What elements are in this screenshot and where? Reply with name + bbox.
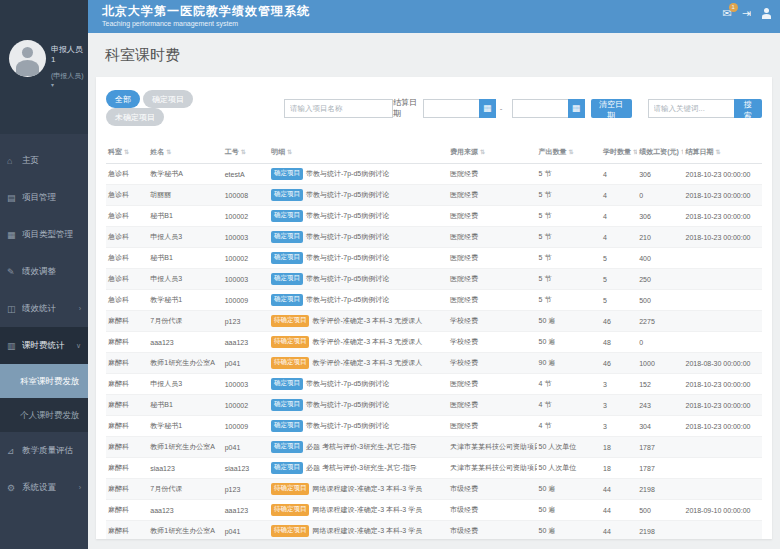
logout-icon[interactable]: ⇥ — [742, 7, 751, 20]
date-from-input[interactable] — [423, 99, 479, 118]
page-title: 科室课时费 — [88, 33, 780, 77]
cell-settle-date: 2018-10-23 00:00:00 — [683, 416, 762, 437]
cell-employee-id: 100002 — [223, 248, 269, 269]
sidebar-item-performance-adjust[interactable]: ✎ 绩效调整 — [0, 253, 88, 290]
table-body: 急诊科 教学秘书A etestA 确定项目带教与统计-7p-d5病例讨论 医院经… — [106, 164, 762, 540]
cell-output-qty: 50 遍 — [537, 332, 601, 353]
performance-stats-icon: ◫ — [7, 304, 19, 314]
date-range-dash: - — [500, 104, 503, 113]
sort-icon[interactable]: ⇅ — [633, 149, 637, 155]
cell-salary: 500 — [637, 290, 683, 311]
sort-icon[interactable]: ⇅ — [715, 149, 720, 155]
sidebar-item-performance-stats[interactable]: ◫ 绩效统计 › — [0, 290, 88, 327]
cell-name: 秘书B1 — [148, 395, 222, 416]
sort-icon[interactable]: ⇅ — [241, 149, 246, 155]
cell-settle-date — [683, 521, 762, 540]
status-badge: 待确定项目 — [271, 357, 310, 369]
status-badge: 待确定项目 — [271, 525, 310, 537]
cell-output-qty: 5 节 — [537, 185, 601, 206]
sort-icon[interactable]: ⇅ — [480, 149, 485, 155]
cell-department: 麻醉科 — [106, 458, 148, 479]
table-row: 麻醉科 教师1研究生办公室A p041 待确定项目网络课程建设-准确定-3 本科… — [106, 521, 762, 540]
status-badge: 确定项目 — [271, 189, 303, 201]
project-name-input[interactable] — [284, 99, 393, 118]
sidebar-item-course-fee-stats[interactable]: ▥ 课时费统计 ∨ — [0, 327, 88, 364]
sidebar-item-teaching-quality[interactable]: ⊿ 教学质量评估 — [0, 432, 88, 469]
sort-icon[interactable]: ⇅ — [569, 149, 574, 155]
avatar-person-icon — [22, 47, 33, 58]
sidebar-item-project-mgmt[interactable]: ▤ 项目管理 — [0, 179, 88, 216]
column-header[interactable]: 工号⇅ — [223, 141, 269, 164]
cell-employee-id: 100003 — [223, 269, 269, 290]
sort-icon[interactable]: ⇅ — [681, 149, 684, 155]
calendar-icon[interactable]: ▦ — [479, 99, 496, 118]
column-header[interactable]: 结算日期⇅ — [683, 141, 762, 164]
cell-detail: 待确定项目教学评价-准确定-3 本科-3 无授课人 — [269, 353, 448, 374]
sidebar-subitem-dept-course-fee[interactable]: 科室课时费发放 — [0, 364, 88, 398]
cell-fee-source: 医院经费 — [448, 395, 537, 416]
filter-button[interactable]: 确定项目 — [143, 90, 193, 108]
column-header[interactable]: 绩效工资(元)⇅ — [637, 141, 683, 164]
cell-fee-source: 学校经费 — [448, 311, 537, 332]
performance-adjust-icon: ✎ — [7, 267, 19, 277]
app-header: 北京大学第一医院教学绩效管理系统 Teaching performance ma… — [88, 0, 780, 33]
sidebar-item-system-settings[interactable]: ⚙ 系统设置 › — [0, 469, 88, 506]
cell-employee-id: siaa123 — [223, 458, 269, 479]
chevron-icon: › — [79, 305, 81, 312]
cell-department: 急诊科 — [106, 290, 148, 311]
filter-button[interactable]: 全部 — [106, 90, 140, 108]
date-to-input[interactable] — [512, 99, 568, 118]
sidebar-subitem-personal-course-fee[interactable]: 个人课时费发放 — [0, 398, 88, 432]
cell-settle-date: 2018-10-23 00:00:00 — [683, 374, 762, 395]
table-row: 麻醉科 7月份代课 p123 待确定项目教学评价-准确定-3 本科-3 无授课人… — [106, 311, 762, 332]
cell-hours-qty: 4 — [601, 206, 637, 227]
cell-department: 麻醉科 — [106, 353, 148, 374]
cell-name: 教学秘书A — [148, 164, 222, 185]
column-header[interactable]: 产出数量⇅ — [537, 141, 601, 164]
keyword-input[interactable] — [648, 99, 734, 118]
sidebar-item-home[interactable]: ⌂ 主页 — [0, 142, 88, 179]
cell-salary: 306 — [637, 206, 683, 227]
column-header[interactable]: 费用来源⇅ — [448, 141, 537, 164]
sort-icon[interactable]: ⇅ — [287, 149, 292, 155]
cell-fee-source: 学校经费 — [448, 332, 537, 353]
sort-icon[interactable]: ⇅ — [166, 149, 171, 155]
cell-name: siaa123 — [148, 458, 222, 479]
status-badge: 待确定项目 — [271, 483, 310, 495]
search-button[interactable]: 搜索 — [734, 99, 762, 118]
calendar-icon[interactable]: ▦ — [568, 99, 585, 118]
cell-department: 麻醉科 — [106, 416, 148, 437]
cell-settle-date — [683, 311, 762, 332]
message-icon[interactable]: ✉1 — [723, 7, 732, 20]
sort-icon[interactable]: ⇅ — [124, 149, 129, 155]
user-icon[interactable] — [761, 8, 772, 19]
cell-settle-date — [683, 479, 762, 500]
filter-button[interactable]: 未确定项目 — [106, 108, 164, 126]
cell-settle-date: 2018-10-23 00:00:00 — [683, 395, 762, 416]
filter-group: 全部确定项目未确定项目 — [106, 90, 224, 126]
cell-hours-qty: 44 — [601, 479, 637, 500]
cell-fee-source: 医院经费 — [448, 206, 537, 227]
column-header[interactable]: 学时数量⇅ — [601, 141, 637, 164]
cell-name: 秘书B1 — [148, 248, 222, 269]
user-role[interactable]: (申报人员) ▾ — [51, 71, 84, 88]
sidebar-item-project-type-mgmt[interactable]: ▦ 项目类型管理 — [0, 216, 88, 253]
table-row: 急诊科 教学秘书1 100009 确定项目带教与统计-7p-d5病例讨论 医院经… — [106, 290, 762, 311]
cell-salary: 0 — [637, 185, 683, 206]
cell-department: 急诊科 — [106, 206, 148, 227]
cell-output-qty: 50 遍 — [537, 311, 601, 332]
column-header[interactable]: 明细⇅ — [269, 141, 448, 164]
cell-name: 教学秘书1 — [148, 416, 222, 437]
cell-settle-date — [683, 248, 762, 269]
cell-department: 麻醉科 — [106, 374, 148, 395]
cell-fee-source: 市级经费 — [448, 500, 537, 521]
avatar[interactable] — [9, 40, 46, 77]
cell-output-qty: 4 节 — [537, 395, 601, 416]
table-row: 急诊科 秘书B1 100002 确定项目带教与统计-7p-d5病例讨论 医院经费… — [106, 206, 762, 227]
column-header[interactable]: 姓名⇅ — [148, 141, 222, 164]
clear-date-button[interactable]: 清空日期 — [591, 99, 632, 118]
column-header[interactable]: 科室⇅ — [106, 141, 148, 164]
cell-department: 麻醉科 — [106, 500, 148, 521]
cell-name: 申报人员3 — [148, 269, 222, 290]
cell-fee-source: 市级经费 — [448, 521, 537, 540]
